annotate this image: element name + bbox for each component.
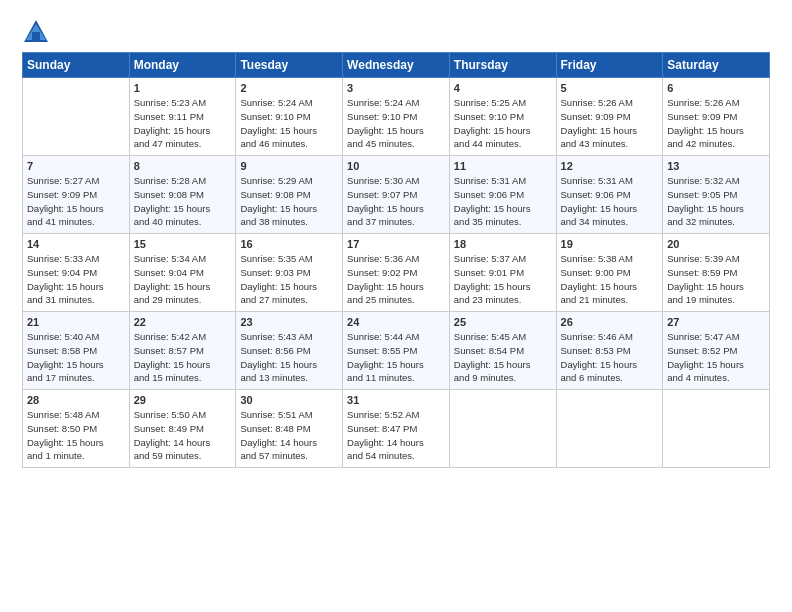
day-number: 8 — [134, 160, 232, 172]
day-info: Sunrise: 5:26 AM Sunset: 9:09 PM Dayligh… — [667, 96, 765, 151]
calendar-week-row: 14Sunrise: 5:33 AM Sunset: 9:04 PM Dayli… — [23, 234, 770, 312]
day-info: Sunrise: 5:36 AM Sunset: 9:02 PM Dayligh… — [347, 252, 445, 307]
calendar-cell: 18Sunrise: 5:37 AM Sunset: 9:01 PM Dayli… — [449, 234, 556, 312]
day-info: Sunrise: 5:29 AM Sunset: 9:08 PM Dayligh… — [240, 174, 338, 229]
logo-icon — [22, 18, 50, 46]
calendar-cell: 13Sunrise: 5:32 AM Sunset: 9:05 PM Dayli… — [663, 156, 770, 234]
calendar-table: SundayMondayTuesdayWednesdayThursdayFrid… — [22, 52, 770, 468]
weekday-header: Thursday — [449, 53, 556, 78]
calendar-cell — [23, 78, 130, 156]
day-number: 21 — [27, 316, 125, 328]
calendar-cell — [449, 390, 556, 468]
calendar-cell: 28Sunrise: 5:48 AM Sunset: 8:50 PM Dayli… — [23, 390, 130, 468]
calendar-cell: 8Sunrise: 5:28 AM Sunset: 9:08 PM Daylig… — [129, 156, 236, 234]
day-number: 30 — [240, 394, 338, 406]
weekday-header: Friday — [556, 53, 663, 78]
day-info: Sunrise: 5:34 AM Sunset: 9:04 PM Dayligh… — [134, 252, 232, 307]
day-number: 1 — [134, 82, 232, 94]
day-info: Sunrise: 5:39 AM Sunset: 8:59 PM Dayligh… — [667, 252, 765, 307]
weekday-header: Wednesday — [343, 53, 450, 78]
calendar-cell: 9Sunrise: 5:29 AM Sunset: 9:08 PM Daylig… — [236, 156, 343, 234]
calendar-cell: 23Sunrise: 5:43 AM Sunset: 8:56 PM Dayli… — [236, 312, 343, 390]
day-info: Sunrise: 5:31 AM Sunset: 9:06 PM Dayligh… — [454, 174, 552, 229]
day-info: Sunrise: 5:51 AM Sunset: 8:48 PM Dayligh… — [240, 408, 338, 463]
day-info: Sunrise: 5:35 AM Sunset: 9:03 PM Dayligh… — [240, 252, 338, 307]
calendar-week-row: 21Sunrise: 5:40 AM Sunset: 8:58 PM Dayli… — [23, 312, 770, 390]
calendar-cell: 27Sunrise: 5:47 AM Sunset: 8:52 PM Dayli… — [663, 312, 770, 390]
day-number: 9 — [240, 160, 338, 172]
day-number: 7 — [27, 160, 125, 172]
weekday-header: Saturday — [663, 53, 770, 78]
day-info: Sunrise: 5:44 AM Sunset: 8:55 PM Dayligh… — [347, 330, 445, 385]
day-number: 12 — [561, 160, 659, 172]
day-number: 24 — [347, 316, 445, 328]
day-number: 13 — [667, 160, 765, 172]
calendar-cell: 7Sunrise: 5:27 AM Sunset: 9:09 PM Daylig… — [23, 156, 130, 234]
day-number: 18 — [454, 238, 552, 250]
day-info: Sunrise: 5:38 AM Sunset: 9:00 PM Dayligh… — [561, 252, 659, 307]
day-number: 23 — [240, 316, 338, 328]
calendar-cell: 1Sunrise: 5:23 AM Sunset: 9:11 PM Daylig… — [129, 78, 236, 156]
calendar-week-row: 28Sunrise: 5:48 AM Sunset: 8:50 PM Dayli… — [23, 390, 770, 468]
day-info: Sunrise: 5:50 AM Sunset: 8:49 PM Dayligh… — [134, 408, 232, 463]
day-number: 17 — [347, 238, 445, 250]
calendar-cell: 6Sunrise: 5:26 AM Sunset: 9:09 PM Daylig… — [663, 78, 770, 156]
calendar-cell — [556, 390, 663, 468]
calendar-cell: 11Sunrise: 5:31 AM Sunset: 9:06 PM Dayli… — [449, 156, 556, 234]
day-number: 31 — [347, 394, 445, 406]
calendar-cell: 16Sunrise: 5:35 AM Sunset: 9:03 PM Dayli… — [236, 234, 343, 312]
weekday-header-row: SundayMondayTuesdayWednesdayThursdayFrid… — [23, 53, 770, 78]
day-number: 26 — [561, 316, 659, 328]
calendar-cell — [663, 390, 770, 468]
calendar-cell: 5Sunrise: 5:26 AM Sunset: 9:09 PM Daylig… — [556, 78, 663, 156]
calendar-cell: 24Sunrise: 5:44 AM Sunset: 8:55 PM Dayli… — [343, 312, 450, 390]
logo — [22, 18, 54, 46]
day-info: Sunrise: 5:43 AM Sunset: 8:56 PM Dayligh… — [240, 330, 338, 385]
calendar-cell: 31Sunrise: 5:52 AM Sunset: 8:47 PM Dayli… — [343, 390, 450, 468]
calendar-cell: 26Sunrise: 5:46 AM Sunset: 8:53 PM Dayli… — [556, 312, 663, 390]
day-number: 3 — [347, 82, 445, 94]
calendar-cell: 25Sunrise: 5:45 AM Sunset: 8:54 PM Dayli… — [449, 312, 556, 390]
calendar-cell: 15Sunrise: 5:34 AM Sunset: 9:04 PM Dayli… — [129, 234, 236, 312]
day-info: Sunrise: 5:23 AM Sunset: 9:11 PM Dayligh… — [134, 96, 232, 151]
svg-rect-2 — [32, 32, 40, 40]
day-number: 28 — [27, 394, 125, 406]
calendar-cell: 30Sunrise: 5:51 AM Sunset: 8:48 PM Dayli… — [236, 390, 343, 468]
calendar-cell: 22Sunrise: 5:42 AM Sunset: 8:57 PM Dayli… — [129, 312, 236, 390]
day-info: Sunrise: 5:37 AM Sunset: 9:01 PM Dayligh… — [454, 252, 552, 307]
day-number: 10 — [347, 160, 445, 172]
day-number: 2 — [240, 82, 338, 94]
calendar-cell: 2Sunrise: 5:24 AM Sunset: 9:10 PM Daylig… — [236, 78, 343, 156]
day-info: Sunrise: 5:33 AM Sunset: 9:04 PM Dayligh… — [27, 252, 125, 307]
day-info: Sunrise: 5:28 AM Sunset: 9:08 PM Dayligh… — [134, 174, 232, 229]
day-number: 16 — [240, 238, 338, 250]
day-info: Sunrise: 5:48 AM Sunset: 8:50 PM Dayligh… — [27, 408, 125, 463]
calendar-week-row: 7Sunrise: 5:27 AM Sunset: 9:09 PM Daylig… — [23, 156, 770, 234]
day-info: Sunrise: 5:47 AM Sunset: 8:52 PM Dayligh… — [667, 330, 765, 385]
calendar-week-row: 1Sunrise: 5:23 AM Sunset: 9:11 PM Daylig… — [23, 78, 770, 156]
calendar-cell: 12Sunrise: 5:31 AM Sunset: 9:06 PM Dayli… — [556, 156, 663, 234]
day-info: Sunrise: 5:24 AM Sunset: 9:10 PM Dayligh… — [347, 96, 445, 151]
calendar-cell: 20Sunrise: 5:39 AM Sunset: 8:59 PM Dayli… — [663, 234, 770, 312]
day-info: Sunrise: 5:32 AM Sunset: 9:05 PM Dayligh… — [667, 174, 765, 229]
day-number: 25 — [454, 316, 552, 328]
day-number: 5 — [561, 82, 659, 94]
day-number: 29 — [134, 394, 232, 406]
day-number: 22 — [134, 316, 232, 328]
calendar-page: SundayMondayTuesdayWednesdayThursdayFrid… — [0, 0, 792, 612]
calendar-cell: 19Sunrise: 5:38 AM Sunset: 9:00 PM Dayli… — [556, 234, 663, 312]
day-info: Sunrise: 5:46 AM Sunset: 8:53 PM Dayligh… — [561, 330, 659, 385]
day-info: Sunrise: 5:24 AM Sunset: 9:10 PM Dayligh… — [240, 96, 338, 151]
day-number: 27 — [667, 316, 765, 328]
calendar-cell: 3Sunrise: 5:24 AM Sunset: 9:10 PM Daylig… — [343, 78, 450, 156]
day-info: Sunrise: 5:25 AM Sunset: 9:10 PM Dayligh… — [454, 96, 552, 151]
day-number: 4 — [454, 82, 552, 94]
weekday-header: Tuesday — [236, 53, 343, 78]
day-info: Sunrise: 5:31 AM Sunset: 9:06 PM Dayligh… — [561, 174, 659, 229]
calendar-cell: 4Sunrise: 5:25 AM Sunset: 9:10 PM Daylig… — [449, 78, 556, 156]
day-number: 20 — [667, 238, 765, 250]
weekday-header: Monday — [129, 53, 236, 78]
day-info: Sunrise: 5:30 AM Sunset: 9:07 PM Dayligh… — [347, 174, 445, 229]
day-info: Sunrise: 5:27 AM Sunset: 9:09 PM Dayligh… — [27, 174, 125, 229]
day-info: Sunrise: 5:42 AM Sunset: 8:57 PM Dayligh… — [134, 330, 232, 385]
